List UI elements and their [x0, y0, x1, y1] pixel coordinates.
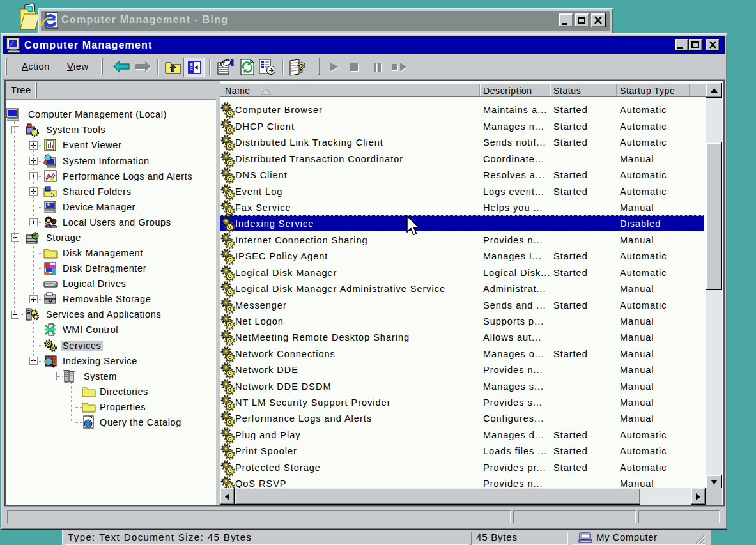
svg-text:?: ? — [297, 59, 305, 75]
